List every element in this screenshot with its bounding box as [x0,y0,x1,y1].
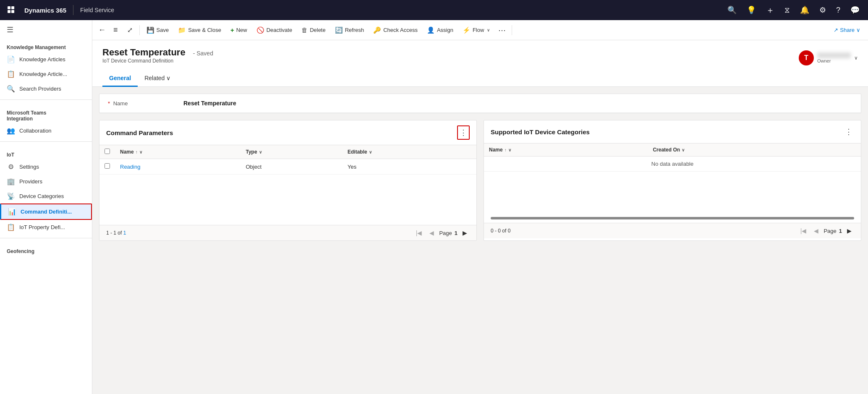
title-area: Reset Temperature - Saved IoT Device Com… [102,47,213,69]
brand-name[interactable]: Dynamics 365 [24,7,66,14]
lightbulb-icon[interactable]: 💡 [743,4,759,16]
save-button[interactable]: 💾 Save [142,24,173,37]
more-button[interactable]: ⋯ [495,23,509,37]
reading-link[interactable]: Reading [120,164,140,170]
grid-apps-icon[interactable] [5,4,18,16]
label-text-name: Name [113,100,128,107]
col-name-header[interactable]: Name ↑ ∨ [120,149,235,155]
count-text: 1 - 1 of [106,230,123,236]
command-parameters-header: Command Parameters ⋮ [99,120,476,145]
tab-related-dropdown-icon: ∨ [166,75,170,81]
topbar-icons: 🔍 💡 ＋ ⧖ 🔔 ⚙ ? 💬 [724,3,863,18]
plus-icon[interactable]: ＋ [763,3,778,18]
settings-sidebar-icon: ⚙ [7,163,15,171]
list-view-icon[interactable]: ≡ [109,23,122,37]
delete-button[interactable]: 🗑 Delete [297,24,330,36]
sidebar-item-command-definitions[interactable]: 📊 Command Definiti... [0,204,92,220]
divider-3 [0,238,92,238]
command-parameters-menu-icon[interactable]: ⋮ [457,125,470,140]
help-icon[interactable]: ? [833,4,844,16]
share-button[interactable]: ↗ Share ∨ [829,24,865,36]
sidebar-item-providers[interactable]: 🏢 Providers [0,174,92,189]
page-first-button[interactable]: |◀ [413,229,425,237]
deactivate-icon: 🚫 [256,26,264,34]
cat-page-first-button[interactable]: |◀ [798,227,809,235]
cat-page-number: 1 [839,228,842,234]
save-close-button[interactable]: 📁 Save & Close [174,24,225,37]
form-value-name[interactable]: Reset Temperature [183,100,236,107]
new-button[interactable]: + New [226,24,251,36]
owner-name[interactable] [817,52,851,58]
cat-page-prev-button[interactable]: ◀ [811,227,821,235]
settings-icon[interactable]: ⚙ [816,4,829,16]
page-next-button[interactable]: ▶ [460,229,470,237]
sidebar-item-label-knowledge-articles-2: Knowledge Article... [19,71,85,77]
supported-categories-menu-icon[interactable]: ⋮ [843,125,854,138]
new-icon: + [230,26,234,34]
delete-label: Delete [310,27,326,33]
count-link[interactable]: 1 [123,230,126,236]
cat-page-next-button[interactable]: ▶ [844,227,854,235]
col-type-label: Type [246,149,257,155]
col-type-header[interactable]: Type ∨ [246,149,337,155]
form-row-name: * Name Reset Temperature [99,94,861,113]
col-editable-header[interactable]: Editable ∨ [348,149,471,155]
col-editable-label: Editable [348,149,367,155]
tab-related[interactable]: Related ∨ [138,70,177,87]
sidebar-header: ☰ [0,20,92,38]
chat-icon[interactable]: 💬 [847,4,863,16]
col-editable-chevron: ∨ [369,150,372,154]
sidebar-item-label-knowledge-articles: Knowledge Articles [19,56,85,63]
horizontal-scrollbar[interactable] [491,217,854,219]
sidebar-item-knowledge-articles-2[interactable]: 📋 Knowledge Article... [0,67,92,81]
supported-categories-header: Supported IoT Device Categories ⋮ [484,120,861,144]
cmd-separator-1 [139,25,140,35]
command-parameters-table: Name ↑ ∨ Type ∨ [99,145,476,175]
hamburger-icon[interactable]: ☰ [7,25,13,34]
page-title-line: Reset Temperature - Saved [102,47,213,58]
deactivate-button[interactable]: 🚫 Deactivate [252,24,296,37]
cat-col-created-header[interactable]: Created On ∨ [653,147,856,153]
sidebar-item-device-categories[interactable]: 📡 Device Categories [0,189,92,204]
page-label: Page [439,230,452,236]
cat-page-label: Page [824,228,836,234]
col-checkbox [99,145,115,159]
command-bar: ← ≡ ⤢ 💾 Save 📁 Save & Close + New 🚫 [92,20,868,40]
sidebar-item-settings[interactable]: ⚙ Settings [0,159,92,174]
flow-button[interactable]: ⚡ Flow ∨ [458,24,494,37]
back-button[interactable]: ← [96,23,108,37]
sidebar-item-collaboration[interactable]: 👥 Collaboration [0,123,92,138]
page-prev-button[interactable]: ◀ [427,229,437,237]
sidebar-item-knowledge-articles[interactable]: 📄 Knowledge Articles [0,52,92,67]
bell-icon[interactable]: 🔔 [797,4,813,16]
row-checkbox[interactable] [105,163,110,169]
sidebar-item-iot-property-defs[interactable]: 📋 IoT Property Defi... [0,220,92,235]
sidebar-item-search-providers[interactable]: 🔍 Search Providers [0,81,92,96]
search-icon[interactable]: 🔍 [724,4,740,16]
save-label: Save [157,27,169,33]
select-all-checkbox[interactable] [105,149,110,154]
page-number: 1 [455,230,458,236]
owner-initial: T [804,54,808,62]
expand-icon[interactable]: ⤢ [123,23,137,37]
check-access-button[interactable]: 🔑 Check Access [369,24,422,37]
assign-button[interactable]: 👤 Assign [423,24,458,37]
section-teams: Microsoft TeamsIntegration [0,103,92,123]
device-categories-icon: 📡 [7,192,15,200]
more-icon: ⋯ [498,26,506,35]
assign-label: Assign [437,27,453,33]
owner-chevron-icon[interactable]: ∨ [854,55,858,61]
pagination: |◀ ◀ Page 1 ▶ [413,229,470,237]
brand-section: Dynamics 365 [24,7,66,14]
sidebar-item-label-device-categories: Device Categories [19,193,85,199]
grid-panels: Command Parameters ⋮ [99,120,861,241]
filter-icon[interactable]: ⧖ [781,4,793,16]
supported-categories-footer: 0 - 0 of 0 |◀ ◀ Page 1 ▶ [484,223,861,238]
command-parameters-header-row: Name ↑ ∨ Type ∨ [99,145,476,159]
tab-general[interactable]: General [102,70,138,87]
refresh-button[interactable]: 🔄 Refresh [331,24,369,37]
supported-categories-panel: Supported IoT Device Categories ⋮ Name ↑ [484,120,861,241]
cat-col-name-header[interactable]: Name ↑ ∨ [489,147,643,153]
tab-general-label: General [109,75,131,81]
col-editable: Editable ∨ [342,145,476,159]
